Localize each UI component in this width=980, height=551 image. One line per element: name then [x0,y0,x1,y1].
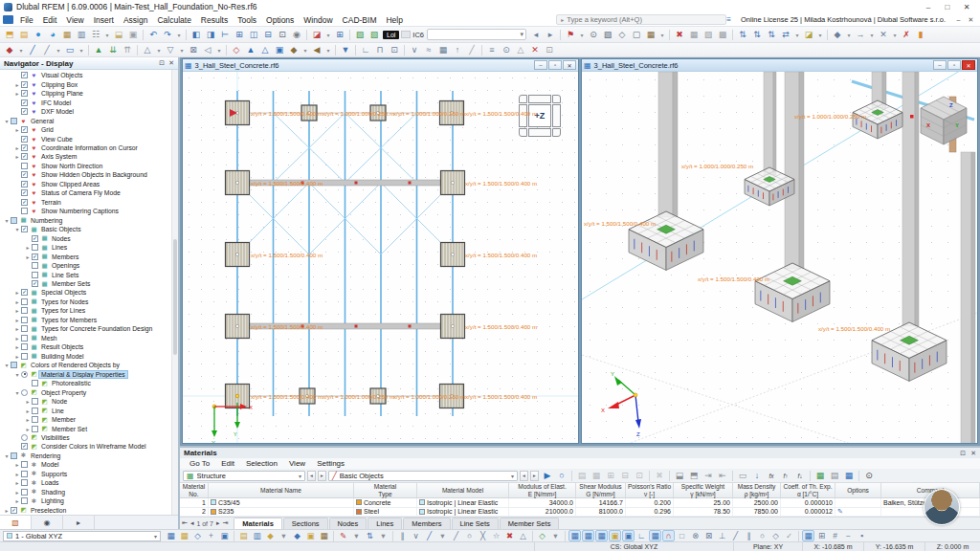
checkbox[interactable]: ✓ [21,81,28,88]
nav-item-lines[interactable]: ▸▦Lines [1,243,170,252]
lol-badge[interactable]: Lol [383,31,399,39]
visibility-flag-menu[interactable]: ▾ [578,29,586,41]
numbering-y-button[interactable]: ⇅ [750,29,764,41]
nav-item-members[interactable]: ▸✓▦Members [1,252,170,260]
control-point-button[interactable]: ◆ [264,530,277,541]
checkbox[interactable]: ✓ [21,443,28,450]
scrollbar-thumb[interactable] [173,239,177,355]
save-button[interactable]: ▥ [75,29,88,41]
hash-grid-toggle[interactable]: # [829,530,841,541]
checkbox[interactable]: ✓ [21,181,28,187]
find-object-button[interactable]: ⊙ [500,44,513,56]
nav-item-view-cube[interactable]: ✓♥View Cube [1,134,170,143]
diagonal-button[interactable]: ╱ [423,530,435,541]
checkbox[interactable] [21,489,28,496]
isometric-button[interactable]: ◆ [831,29,844,41]
nav-item-coordinate-information-on-cursor[interactable]: ▸✓♥Coordinate Information on Cursor [1,143,170,152]
nav-item-node[interactable]: ▸◩Node [1,397,170,406]
nav-item-loads[interactable]: ▸✱Loads [1,478,170,487]
checkbox[interactable] [11,362,17,368]
star-button[interactable]: ☆ [490,530,502,541]
numbering-x-button[interactable]: ⇅ [736,29,749,41]
viewport-3d-restore-icon[interactable]: ▫ [947,60,961,70]
checkbox[interactable]: ✓ [21,226,28,232]
filter1-next-button[interactable]: ▸ [318,471,326,481]
viewport-2d-restore-icon[interactable]: ▫ [548,60,562,70]
menu-options[interactable]: Options [261,15,299,25]
table-tab-sections[interactable]: Sections [283,518,328,529]
clipping-button[interactable]: ✕ [877,29,890,41]
nav-item-building-model[interactable]: ▸▦Building Model [1,352,170,361]
zoom-button[interactable]: ⊙ [587,29,600,41]
snap-edges-toggle[interactable]: ▣ [609,530,621,541]
pen-menu[interactable]: ▾ [350,530,363,541]
nav-item-member-sets[interactable]: ✓▦Member Sets [1,279,170,288]
nav-item-axis-system[interactable]: ▸✓♥Axis System [1,152,170,161]
nav-item-result-objects[interactable]: ▸▦Result Objects [1,342,170,351]
material-cell-weight[interactable]: 25.00 [674,498,733,507]
window-layout-button[interactable]: ◫ [247,29,260,41]
nav-item-types-for-nodes[interactable]: ▸▦Types for Nodes [1,298,170,306]
expander-icon[interactable]: ▸ [13,307,21,314]
material-cell-options[interactable] [835,498,881,507]
origin-button[interactable]: + [205,530,217,541]
last-page-icon[interactable]: ⇥ [222,519,228,527]
isometric-menu[interactable]: ▾ [845,29,853,41]
formula-import-button[interactable]: f↑ [779,470,792,482]
table-tab-materials[interactable]: Materials [234,518,282,529]
structure-filter-combo[interactable]: ▦ Structure ▾ [183,471,305,481]
table-window-button[interactable]: ⊡ [276,29,289,41]
cancel-mode-button[interactable]: ✖ [673,29,686,41]
expander-icon[interactable]: ▾ [13,226,21,232]
nav-item-special-objects[interactable]: ▸✓▦Special Objects [1,288,170,297]
mesh-menu[interactable]: ▾ [155,44,163,56]
quick-access-combo[interactable]: ▾ [427,29,526,40]
menu-edit[interactable]: Edit [38,15,62,25]
nav-item-visibilities[interactable]: ◩Visibilities [1,433,170,442]
row-copy-button[interactable]: ⬓ [673,470,686,482]
checkbox[interactable] [21,461,28,468]
delete-guides-button[interactable]: ✖ [503,530,516,541]
filter2-prev-button[interactable]: ◂ [520,471,528,481]
material-cell-shear[interactable]: 81000.0 [576,508,626,517]
materials-close-icon[interactable]: ✕ [970,450,976,457]
material-cell-no[interactable]: 2 [180,508,209,517]
work-direction-menu[interactable]: ▾ [868,29,876,41]
menu-file[interactable]: File [15,15,38,25]
nav-item-consider-colors-in-wireframe-model[interactable]: ✓◩Consider Colors in Wireframe Model [1,442,170,451]
navigator-float-icon[interactable]: ⊡ [159,59,165,67]
row-insert-button[interactable]: ⊞ [604,470,617,482]
list-button[interactable]: ≡ [485,44,499,56]
arc-button[interactable]: ○ [463,530,476,541]
regenerate-button[interactable]: ◁ [201,44,214,56]
table-sync-toggle[interactable]: ▦ [802,530,814,541]
line-grid-button[interactable]: ◆ [291,530,303,541]
material-cell-type[interactable]: Steel [354,508,417,517]
maximize-icon[interactable]: □ [938,3,957,11]
results-prev-menu[interactable]: ▾ [324,44,332,56]
slope-toggle[interactable]: ╱ [729,530,742,541]
nav-item-grid[interactable]: ▸✓♥Grid [1,125,170,134]
print-button[interactable]: ☷ [89,29,102,41]
viewport-2d-titlebar[interactable]: ▦ 3_Hall_Steel_Concrete.rf6 – ▫ ✕ [183,59,578,72]
checkbox[interactable] [11,118,17,124]
polyline-button[interactable]: ╱ [450,530,462,541]
column-header-specific-weight[interactable]: Specific Weightγ [kN/m³] [674,483,733,497]
copy-button[interactable]: ▣ [126,29,140,41]
north-button[interactable]: △ [514,44,527,56]
material-cell-type[interactable]: Concrete [354,498,417,507]
nav-item-visual-objects[interactable]: ✓♥Visual Objects [1,71,170,79]
checkbox[interactable] [21,471,28,477]
checkbox[interactable] [32,244,38,251]
grid-settings-button[interactable]: ▦ [178,530,190,541]
insert-line-button[interactable]: ╱ [26,44,39,56]
prev-page-icon[interactable]: ◂ [190,519,194,527]
expander-icon[interactable]: ▸ [13,471,21,477]
nav-item-show-clipped-areas[interactable]: ✓♥Show Clipped Areas [1,180,170,188]
checkbox[interactable] [32,380,38,386]
render-mode-button[interactable]: ◉ [290,29,303,41]
frame-tool-button[interactable]: ⊓ [373,44,387,56]
material-cell-name[interactable]: C35/45 [209,498,354,507]
material-cell-modulus[interactable]: 34000.0 [509,498,576,507]
objects-filter-combo[interactable]: ╱ Basic Objects ▾ [328,471,518,481]
